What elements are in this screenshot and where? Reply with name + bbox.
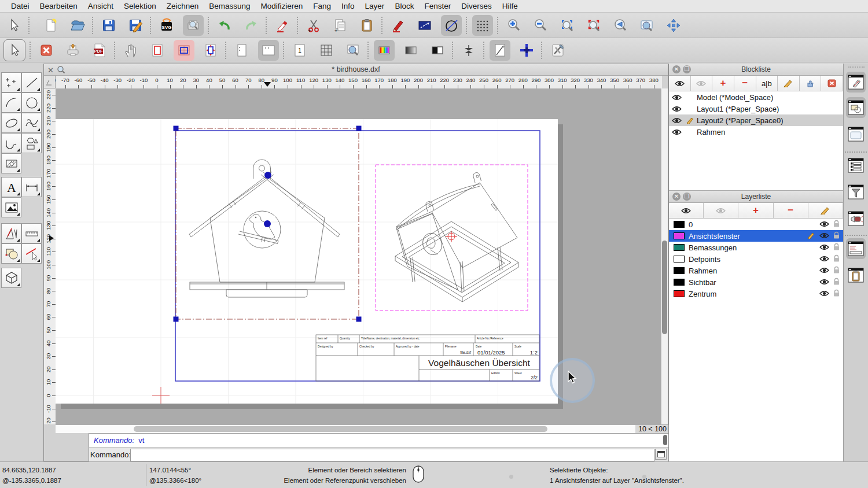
zoom-selection-icon[interactable] bbox=[583, 15, 604, 36]
blockliste-header[interactable]: ✕ ❐ Blockliste bbox=[669, 64, 843, 76]
layer-color-swatch[interactable] bbox=[674, 244, 685, 251]
rename-block-icon[interactable]: a|b bbox=[756, 76, 778, 91]
layer-lock-icon[interactable] bbox=[833, 289, 840, 298]
zoom-out-icon[interactable] bbox=[530, 15, 551, 36]
layer-color-swatch[interactable] bbox=[674, 290, 685, 297]
menu-diverses[interactable]: Diverses bbox=[456, 2, 497, 10]
viewport-overlay-icon[interactable] bbox=[174, 40, 194, 61]
command-palette-icon[interactable] bbox=[846, 238, 866, 259]
add-layer-icon[interactable]: + bbox=[738, 203, 773, 218]
plot-print-icon[interactable] bbox=[62, 40, 83, 61]
menu-fenster[interactable]: Fenster bbox=[419, 2, 456, 10]
clipboard-palette-icon[interactable] bbox=[846, 265, 866, 286]
pdf-export-icon[interactable]: PDF bbox=[89, 40, 110, 61]
line-tool[interactable] bbox=[21, 72, 42, 93]
menu-block[interactable]: Block bbox=[389, 2, 419, 10]
console-detach-button[interactable] bbox=[655, 449, 667, 460]
horizontal-scrollbar-thumb[interactable] bbox=[134, 426, 547, 432]
layer-list-item[interactable]: Zentrum bbox=[669, 288, 843, 300]
viewport-palette-icon[interactable] bbox=[846, 124, 866, 145]
cut-icon[interactable]: + bbox=[303, 15, 324, 36]
ellipse-tool[interactable] bbox=[1, 113, 21, 133]
layer-list-item[interactable]: Bemassungen bbox=[669, 242, 843, 253]
construction-tool[interactable] bbox=[1, 223, 21, 243]
text-tool[interactable]: A bbox=[1, 177, 21, 197]
show-all-eye-icon[interactable] bbox=[669, 76, 691, 91]
insert-block-icon[interactable] bbox=[800, 76, 822, 91]
save-icon[interactable] bbox=[98, 15, 119, 36]
eraser-icon[interactable] bbox=[272, 15, 293, 36]
show-all-eye-icon[interactable] bbox=[669, 203, 704, 218]
console-scrollbar-thumb[interactable] bbox=[663, 435, 667, 445]
layer-lock-icon[interactable] bbox=[833, 254, 840, 264]
menu-bearbeiten[interactable]: Bearbeiten bbox=[35, 2, 83, 10]
layer-color-swatch[interactable] bbox=[674, 267, 685, 274]
paste-icon[interactable] bbox=[356, 15, 377, 36]
layer-list-item[interactable]: Ansichtsfenster bbox=[669, 230, 843, 242]
copy-icon[interactable]: + bbox=[330, 15, 351, 36]
layer-visibility-eye-icon[interactable] bbox=[819, 267, 829, 275]
vertical-scrollbar[interactable] bbox=[661, 88, 668, 424]
layer-visibility-eye-icon[interactable] bbox=[819, 290, 829, 298]
menu-zeichnen[interactable]: Zeichnen bbox=[161, 2, 204, 10]
svg-export-icon[interactable]: SVG bbox=[156, 15, 177, 36]
add-block-icon[interactable]: + bbox=[712, 76, 734, 91]
command-input[interactable] bbox=[130, 449, 654, 461]
projector-palette-icon[interactable] bbox=[846, 208, 866, 229]
layer-lock-icon[interactable] bbox=[833, 231, 840, 241]
zoom-in-icon[interactable] bbox=[503, 15, 524, 36]
zoom-page-icon[interactable] bbox=[343, 40, 363, 61]
redo-icon[interactable] bbox=[241, 15, 262, 36]
visibility-eye-icon[interactable] bbox=[669, 106, 684, 112]
horizontal-scrollbar[interactable]: 10 < 100 bbox=[56, 424, 669, 433]
layer-lock-icon[interactable] bbox=[833, 220, 840, 229]
hide-all-eye-icon[interactable] bbox=[691, 76, 713, 91]
layer-list-item[interactable]: Rahmen bbox=[669, 265, 843, 276]
menu-selektion[interactable]: Selektion bbox=[119, 2, 161, 10]
layer-visibility-eye-icon[interactable] bbox=[819, 232, 829, 241]
color-mode-icon[interactable] bbox=[374, 40, 395, 61]
shapes-palette-icon[interactable] bbox=[846, 97, 866, 118]
viewport-fit-icon[interactable] bbox=[200, 40, 221, 61]
visibility-eye-icon[interactable] bbox=[669, 129, 684, 135]
menu-fang[interactable]: Fang bbox=[308, 2, 336, 10]
circle-line-style-icon[interactable] bbox=[441, 15, 462, 36]
grid-dots-icon[interactable] bbox=[472, 15, 493, 36]
page-current-icon[interactable] bbox=[258, 40, 279, 61]
grayscale-mode-icon[interactable] bbox=[400, 40, 421, 61]
page-blank-icon[interactable] bbox=[231, 40, 252, 61]
layer-color-swatch[interactable] bbox=[674, 256, 685, 263]
filter-palette-icon[interactable] bbox=[846, 182, 866, 202]
list-palette-icon[interactable] bbox=[846, 155, 866, 176]
zoom-previous-icon[interactable] bbox=[610, 15, 631, 36]
block-list-item[interactable]: Rahmen bbox=[669, 126, 843, 138]
center-cross-icon[interactable] bbox=[516, 40, 537, 61]
boolean-tool[interactable] bbox=[1, 243, 21, 264]
menu-hilfe[interactable]: Hilfe bbox=[497, 2, 523, 10]
close-document-icon[interactable] bbox=[36, 40, 57, 61]
pan-view-icon[interactable] bbox=[663, 15, 684, 36]
page-grid-icon[interactable] bbox=[316, 40, 337, 61]
remove-block-icon[interactable]: − bbox=[734, 76, 756, 91]
menu-modifizieren[interactable]: Modifizieren bbox=[256, 2, 308, 10]
block-list-item[interactable]: Layout1 (*Paper_Space) bbox=[669, 103, 843, 114]
menu-layer[interactable]: Layer bbox=[360, 2, 390, 10]
menu-datei[interactable]: Datei bbox=[6, 2, 35, 10]
hide-all-eye-icon[interactable] bbox=[704, 203, 738, 218]
visibility-eye-icon[interactable] bbox=[669, 117, 684, 124]
layer-visibility-eye-icon[interactable] bbox=[819, 278, 829, 287]
arc-tool[interactable] bbox=[1, 93, 21, 113]
drawing-canvas[interactable]: Item ref Quantity Title/Name, destinatio… bbox=[56, 88, 662, 424]
layer-visibility-eye-icon[interactable] bbox=[819, 220, 829, 229]
circle-tool[interactable] bbox=[21, 93, 42, 113]
ruler-corner[interactable] bbox=[44, 76, 56, 88]
viewport-frame-icon[interactable] bbox=[147, 40, 168, 61]
spline-tool[interactable] bbox=[21, 113, 42, 133]
polyline-tool[interactable] bbox=[1, 133, 21, 153]
drawing-palette-icon[interactable] bbox=[846, 72, 866, 93]
hatch-tool[interactable] bbox=[1, 153, 21, 173]
menu-bemassung[interactable]: Bemassung bbox=[204, 2, 255, 10]
freehand-draw-icon[interactable] bbox=[388, 15, 409, 36]
page-single-icon[interactable]: 1 bbox=[289, 40, 310, 61]
layer-lock-icon[interactable] bbox=[833, 266, 840, 275]
